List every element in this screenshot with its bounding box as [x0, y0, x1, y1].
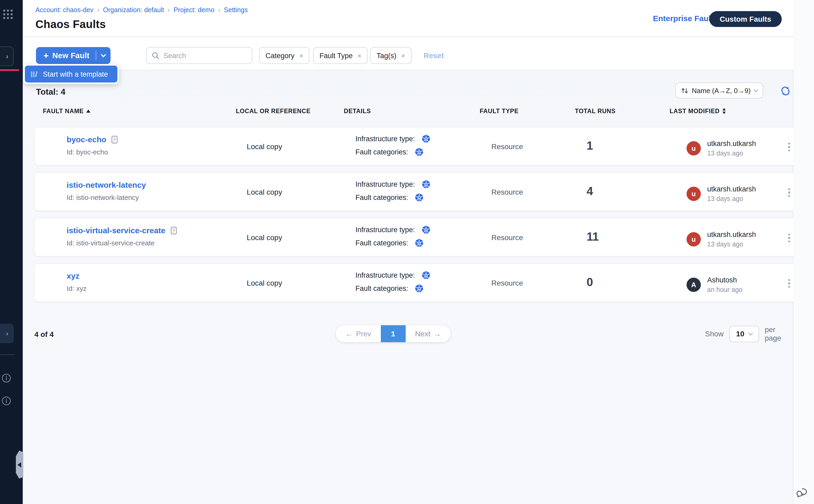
filter-chip-label: Category [266, 52, 295, 59]
modified-time: 13 days ago [707, 195, 756, 203]
column-details: DETAILS [344, 108, 371, 114]
left-arrow-icon: ← [345, 329, 353, 338]
copy-id-icon[interactable] [170, 226, 177, 235]
total-runs-value: 1 [587, 139, 593, 153]
fault-name-link[interactable]: istio-network-latency [67, 180, 146, 189]
next-page-button[interactable]: Next → [406, 325, 451, 342]
fault-name-link[interactable]: byoc-echo [67, 135, 106, 144]
fault-name-link[interactable]: istio-virtual-service-create [67, 226, 166, 235]
avatar: u [687, 141, 701, 155]
custom-faults-button[interactable]: Custom Faults [709, 11, 782, 27]
refresh-button[interactable] [780, 86, 791, 96]
enterprise-faults-link[interactable]: Enterprise Faults [653, 14, 718, 23]
reset-filters-link[interactable]: Reset [424, 51, 444, 60]
breadcrumb-organization[interactable]: Organization: default [103, 6, 164, 14]
close-icon[interactable]: × [358, 52, 362, 59]
copy-id-icon[interactable] [111, 135, 118, 144]
chevron-down-icon[interactable] [101, 52, 106, 57]
triangle-left-icon [17, 462, 21, 467]
column-label: LOCAL OR REFERENCE [236, 108, 310, 114]
column-last-modified[interactable]: LAST MODIFIED [670, 108, 725, 114]
plus-icon: + [43, 51, 49, 60]
kubernetes-icon [415, 148, 424, 157]
breadcrumb-separator: › [218, 6, 220, 14]
refresh-icon [780, 86, 791, 96]
breadcrumb-settings[interactable]: Settings [224, 6, 248, 14]
filter-chip-tags[interactable]: Tag(s) × [370, 47, 411, 64]
per-page-label: per page [765, 325, 793, 342]
page-size-select[interactable]: 10 [729, 326, 759, 342]
total-runs-value: 4 [587, 185, 593, 198]
modified-time: 13 days ago [707, 150, 756, 157]
page-header: Account: chaos-dev › Organization: defau… [23, 0, 793, 37]
right-gutter [793, 0, 814, 504]
search-box [146, 47, 252, 64]
fault-id: Id: istio-virtual-service-create [67, 239, 154, 247]
total-count-label: Total: 4 [36, 87, 65, 97]
fault-name-link[interactable]: xyz [67, 271, 79, 280]
column-fault-type: FAULT TYPE [480, 108, 519, 114]
chevron-down-icon [748, 331, 753, 335]
column-fault-name[interactable]: FAULT NAME [43, 108, 91, 114]
kubernetes-icon [415, 284, 424, 293]
breadcrumb-account[interactable]: Account: chaos-dev [35, 6, 94, 14]
fault-id: Id: xyz [67, 285, 86, 292]
sort-ascending-icon [86, 109, 91, 113]
modified-time: an hour ago [707, 286, 742, 294]
row-menu-kebab-icon[interactable] [784, 277, 794, 290]
active-module-indicator [0, 69, 19, 71]
app-grid-icon[interactable] [3, 10, 15, 19]
new-fault-dropdown-menu: Start with a template [23, 64, 119, 84]
support-chat-button[interactable] [797, 487, 809, 499]
sidebar-collapse-handle[interactable] [16, 451, 23, 479]
fault-categories-label: Fault categories: [355, 239, 408, 247]
row-menu-kebab-icon[interactable] [784, 140, 794, 154]
avatar: u [687, 232, 701, 246]
nav-expand-button[interactable]: › [0, 47, 14, 66]
fault-type-value: Resource [491, 279, 523, 287]
start-with-template-menu-item[interactable]: Start with a template [25, 66, 117, 83]
filter-chip-fault-type[interactable]: Fault Type × [313, 47, 368, 64]
chevron-right-icon: › [2, 52, 8, 60]
filter-chip-category[interactable]: Category × [259, 47, 310, 64]
nav-expand-button-highlighted[interactable]: › [0, 324, 14, 343]
fault-categories-label: Fault categories: [355, 148, 408, 156]
close-icon[interactable]: × [401, 52, 405, 59]
sort-arrows-icon [681, 87, 688, 94]
fault-type-value: Resource [491, 142, 523, 151]
prev-label: Prev [356, 329, 371, 338]
filter-chip-label: Tag(s) [377, 52, 396, 59]
kubernetes-icon [421, 271, 430, 280]
info-button[interactable] [2, 373, 11, 383]
kubernetes-icon [421, 134, 430, 143]
row-menu-kebab-icon[interactable] [784, 231, 794, 245]
fault-row-istio-network-latency[interactable]: istio-network-latency Id: istio-network-… [34, 172, 797, 211]
infrastructure-type-label: Infrastructure type: [355, 271, 415, 279]
sort-value: Name (A→Z, 0→9) [692, 86, 754, 94]
kubernetes-icon [415, 193, 424, 202]
close-icon[interactable]: × [299, 52, 303, 59]
right-arrow-icon: → [433, 329, 441, 338]
fault-row-xyz[interactable]: xyz Id: xyz Local copy Infrastructure ty… [34, 263, 797, 302]
fault-row-istio-virtual-service-create[interactable]: istio-virtual-service-create Id: istio-v… [34, 218, 797, 256]
infrastructure-type-label: Infrastructure type: [355, 180, 415, 188]
help-button[interactable] [2, 396, 11, 406]
prev-page-button[interactable]: ← Prev [336, 325, 381, 342]
sort-dropdown[interactable]: Name (A→Z, 0→9) [675, 83, 763, 98]
kubernetes-icon [421, 180, 430, 189]
column-total-runs: TOTAL RUNS [575, 108, 616, 114]
nav-divider [0, 354, 15, 355]
new-fault-button[interactable]: + New Fault [36, 47, 111, 64]
column-local-or-reference: LOCAL OR REFERENCE [236, 108, 310, 114]
page-number-button[interactable]: 1 [381, 325, 406, 342]
fault-type-value: Resource [491, 233, 523, 242]
fault-row-byoc-echo[interactable]: byoc-echo Id: byoc-echo Local copy Infra… [34, 127, 797, 166]
modified-by: utkarsh.utkarsh [707, 231, 756, 239]
avatar: u [687, 187, 701, 201]
breadcrumb-project[interactable]: Project: demo [173, 6, 214, 14]
pagination: ← Prev 1 Next → [336, 325, 450, 342]
modified-time: 13 days ago [707, 241, 756, 248]
row-menu-kebab-icon[interactable] [784, 186, 794, 199]
total-runs-value: 0 [587, 276, 593, 289]
search-input[interactable] [163, 52, 243, 59]
